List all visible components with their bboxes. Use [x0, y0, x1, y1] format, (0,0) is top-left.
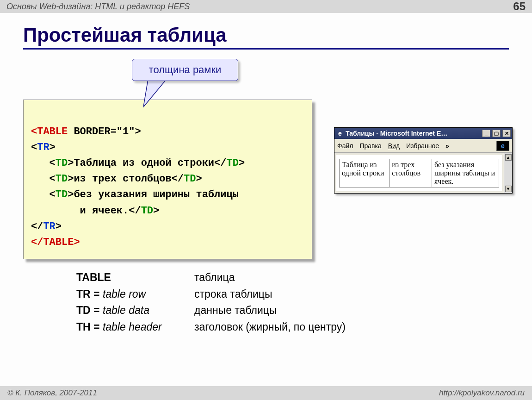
header-title: Основы Web-дизайна: HTML и редактор HEFS [6, 2, 190, 12]
code-text: из трех столбцов [74, 173, 171, 185]
browser-titlebar: e Таблицы - Microsoft Internet E… _ ▢ ✕ [334, 128, 512, 139]
table-cell: без указания ширины таблицы и ячеек. [432, 159, 499, 188]
code-text: </ [129, 205, 141, 217]
menu-file[interactable]: Файл [337, 142, 353, 150]
code-text: без указания ширины таблицы [74, 189, 238, 200]
scrollbar[interactable]: ▲ ▼ [504, 153, 512, 193]
menu-edit[interactable]: Правка [359, 142, 381, 150]
code-text: TD [56, 189, 68, 200]
code-text: TD [226, 157, 238, 169]
close-button[interactable]: ✕ [502, 130, 511, 137]
code-text: BORDER="1"> [68, 126, 141, 138]
glossary-row: TR = table row строка таблицы [76, 286, 346, 303]
code-text: TD [56, 157, 68, 169]
scroll-up-icon[interactable]: ▲ [505, 154, 512, 161]
browser-body: Таблица из одной строки из трех столбцов… [334, 153, 512, 193]
code-text: > [49, 142, 56, 153]
menu-favorites[interactable]: Избранное [406, 142, 439, 150]
example-table: Таблица из одной строки из трех столбцов… [339, 159, 499, 188]
glossary-row: TH = table header заголовок (жирный, по … [76, 319, 346, 336]
code-text: < [31, 173, 56, 185]
page-number: 65 [513, 0, 526, 13]
code-text: и ячеек. [31, 205, 129, 217]
code-text: TD [141, 205, 153, 217]
ie-logo-icon: e [336, 130, 344, 137]
code-text: > [68, 173, 74, 185]
code-text: TD [184, 173, 196, 185]
glossary-term: TABLE [76, 271, 111, 283]
code-text: TD [56, 173, 68, 185]
ie-throbber-icon: e [496, 141, 509, 151]
svg-marker-0 [143, 79, 167, 107]
browser-page: Таблица из одной строки из трех столбцов… [336, 155, 502, 191]
code-text: < [31, 157, 56, 169]
table-row: Таблица из одной строки из трех столбцов… [340, 159, 499, 188]
glossary-term: TD [76, 304, 91, 316]
callout-border-width: толщина рамки [132, 59, 238, 81]
glossary: TABLE таблица TR = table row строка табл… [76, 269, 346, 336]
code-text: </TABLE> [31, 237, 80, 248]
code-text: TR [37, 142, 49, 153]
minimize-button[interactable]: _ [482, 130, 490, 137]
code-text: > [196, 173, 202, 185]
code-text: > [56, 221, 62, 232]
table-cell: из трех столбцов [390, 159, 432, 188]
glossary-row: TABLE таблица [76, 269, 346, 286]
code-text: TR [43, 221, 55, 232]
glossary-def: данные таблицы [194, 302, 277, 319]
code-text: < [31, 189, 56, 200]
table-cell: Таблица из одной строки [340, 159, 390, 188]
code-block: <TABLE BORDER="1"> <TR> <TD>Таблица из о… [23, 100, 312, 259]
menu-view[interactable]: Вид [388, 142, 400, 150]
footer-copyright: © К. Поляков, 2007-2011 [7, 388, 97, 398]
menu-more-icon[interactable]: » [445, 142, 449, 150]
maximize-button[interactable]: ▢ [492, 130, 501, 137]
footer-bar: © К. Поляков, 2007-2011 http://kpolyakov… [0, 386, 532, 400]
glossary-term: TR [76, 288, 91, 300]
code-text: > [68, 157, 74, 169]
glossary-term: TH [76, 321, 91, 333]
code-text: > [153, 205, 159, 217]
code-text: < [31, 142, 37, 153]
browser-title: Таблицы - Microsoft Internet E… [346, 130, 480, 137]
footer-url: http://kpolyakov.narod.ru [439, 388, 525, 398]
header-bar: Основы Web-дизайна: HTML и редактор HEFS… [0, 0, 532, 13]
code-text: <TABLE [31, 126, 68, 138]
glossary-def: таблица [194, 269, 235, 286]
title-underline [23, 48, 509, 50]
glossary-def: заголовок (жирный, по центру) [194, 319, 346, 336]
glossary-row: TD = table data данные таблицы [76, 302, 346, 319]
code-text: > [239, 157, 245, 169]
glossary-def: строка таблицы [194, 286, 272, 303]
code-text: </ [31, 221, 43, 232]
slide-title: Простейшая таблица [0, 13, 532, 48]
browser-menubar: Файл Правка Вид Избранное » e [334, 139, 512, 153]
code-text: </ [172, 173, 184, 185]
browser-preview-window: e Таблицы - Microsoft Internet E… _ ▢ ✕ … [334, 127, 513, 194]
callout-pointer-icon [143, 79, 171, 109]
code-text: </ [214, 157, 226, 169]
code-text: > [68, 189, 74, 200]
code-text: Таблица из одной строки [74, 157, 214, 169]
scroll-down-icon[interactable]: ▼ [505, 186, 512, 192]
